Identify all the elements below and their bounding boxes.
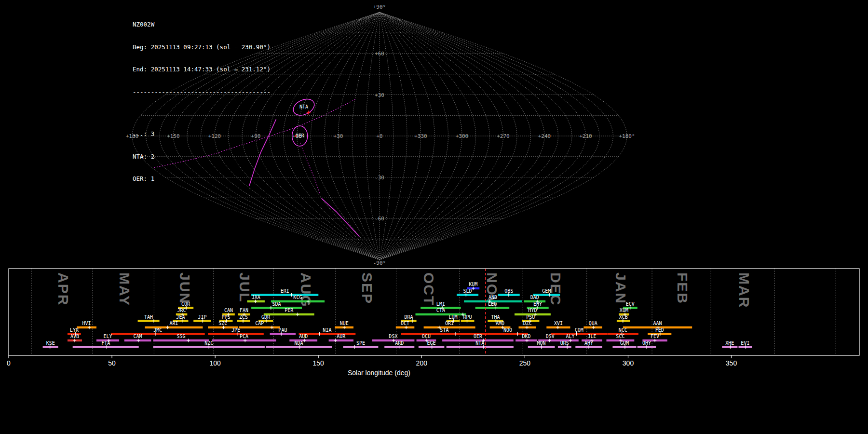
peak-marker-aly bbox=[569, 339, 571, 342]
peak-marker-pau bbox=[280, 332, 283, 336]
shower-code-sta: STA bbox=[440, 327, 448, 333]
month-labels: APRMAYJUNJULAUGSEPOCTNOVDECJANFEBMAR bbox=[55, 272, 752, 308]
count-line-nta: NTA: 2 bbox=[133, 153, 271, 161]
shower-code-xvi: XVI bbox=[554, 321, 563, 326]
shower-bar-sda bbox=[251, 307, 302, 309]
shower-code-aan: AAN bbox=[653, 321, 662, 326]
peak-marker-mon bbox=[540, 345, 542, 349]
peak-marker-ahy bbox=[587, 345, 590, 349]
shower-code-ehy: EHY bbox=[533, 301, 542, 307]
meteor-trail bbox=[300, 143, 320, 193]
peak-marker-jmc bbox=[154, 332, 157, 336]
peak-marker-nia bbox=[318, 332, 321, 336]
lat-label: +60 bbox=[375, 51, 384, 57]
shower-code-oct: OCT bbox=[401, 321, 409, 326]
shower-bar-tah bbox=[138, 320, 160, 322]
shower-code-ard: ARD bbox=[395, 340, 404, 346]
shower-code-kcg: KCG bbox=[293, 295, 302, 300]
peak-marker-kum bbox=[472, 287, 475, 290]
shower-code-gem: GEM bbox=[542, 288, 551, 294]
peak-marker-ari bbox=[166, 326, 169, 329]
peak-marker-ege bbox=[431, 345, 434, 349]
shower-code-aly: ALY bbox=[566, 334, 575, 339]
shower-code-jea: JEA bbox=[176, 314, 185, 320]
peak-marker-hvi bbox=[88, 326, 91, 329]
month-label: SEP bbox=[359, 272, 375, 304]
shower-code-fed: FED bbox=[655, 327, 664, 333]
shower-code-ahy: AHY bbox=[584, 340, 593, 346]
shower-code-pau: PAU bbox=[278, 327, 287, 333]
peak-marker-avb bbox=[73, 339, 76, 342]
peak-marker-aud bbox=[303, 339, 306, 342]
shower-code-lum: LUM bbox=[449, 314, 458, 320]
shower-bar-urs bbox=[558, 346, 571, 348]
count-line-dots: ...: 3 bbox=[133, 130, 271, 138]
shower-code-gdr: GDR bbox=[261, 314, 271, 320]
shower-code-hyd: HYD bbox=[528, 308, 537, 313]
shower-code-ari: ARI bbox=[169, 321, 178, 326]
shower-code-pca: PCA bbox=[240, 334, 248, 339]
peak-marker-gdr bbox=[265, 319, 268, 323]
shower-code-leo: LEO bbox=[488, 301, 497, 307]
shower-code-nda: NDA bbox=[295, 340, 303, 346]
lon-label: +330 bbox=[414, 133, 427, 139]
shower-bar-per bbox=[264, 313, 314, 315]
shower-code-ncc: NCC bbox=[619, 327, 627, 333]
radiant-label-oer: OER bbox=[296, 133, 305, 138]
pole-label: -90° bbox=[373, 260, 386, 266]
lon-label: +210 bbox=[579, 133, 592, 139]
info-block: NZ002W Beg: 20251113 09:27:13 (sol = 230… bbox=[133, 6, 271, 198]
shower-code-cam: CAM bbox=[134, 334, 142, 339]
shower-code-cap: CAP bbox=[255, 321, 264, 326]
peak-marker-jpe bbox=[236, 332, 239, 336]
peak-marker-xhe bbox=[729, 345, 732, 349]
shower-code-jrc: JRC bbox=[177, 308, 186, 313]
shower-bar-hvi bbox=[77, 326, 96, 328]
peak-marker-ohy bbox=[645, 345, 648, 349]
peak-marker-jea bbox=[181, 319, 184, 323]
shower-code-obs: OBS bbox=[504, 288, 513, 294]
shower-code-xhe: XHE bbox=[725, 340, 734, 346]
beg-line: Beg: 20251113 09:27:13 (sol = 230.90°) bbox=[133, 43, 271, 51]
x-tick-label: 350 bbox=[726, 359, 737, 367]
shower-code-tha: THA bbox=[491, 314, 500, 320]
peak-marker-noo bbox=[516, 332, 519, 336]
shower-code-nta: NTA bbox=[475, 340, 484, 346]
peak-marker-dzc bbox=[526, 326, 529, 329]
lat-label: -30 bbox=[375, 175, 384, 181]
shower-code-com: COM bbox=[575, 327, 583, 333]
shower-code-fev: FEV bbox=[651, 334, 659, 339]
peak-marker-rpu bbox=[465, 319, 468, 323]
shower-code-evi: EVI bbox=[741, 340, 749, 346]
shower-code-ssg: SSG bbox=[176, 334, 185, 339]
shower-code-per: PER bbox=[285, 308, 294, 313]
month-label: FEB bbox=[675, 272, 691, 304]
shower-code-jpe: JPE bbox=[231, 327, 240, 333]
shower-code-jle: JLE bbox=[587, 334, 596, 339]
shower-code-psu: PSU bbox=[526, 314, 535, 320]
lon-label: +240 bbox=[538, 133, 551, 139]
month-label: MAR bbox=[736, 272, 752, 308]
peak-marker-evi bbox=[744, 345, 747, 349]
shower-code-tah: TAH bbox=[144, 314, 153, 320]
shower-code-zcs: ZCS bbox=[239, 314, 248, 320]
peak-marker-szc bbox=[222, 326, 225, 329]
end-line: End: 20251113 14:47:33 (sol = 231.12°) bbox=[133, 66, 271, 73]
shower-code-and: AND bbox=[488, 295, 497, 300]
shower-bar-aur bbox=[329, 339, 353, 341]
peak-marker-nta bbox=[482, 345, 485, 349]
peak-marker-jxa bbox=[254, 300, 257, 303]
shower-code-ori: ORI bbox=[445, 321, 454, 326]
peak-marker-eri bbox=[290, 293, 293, 297]
peak-marker-ssg bbox=[187, 339, 190, 342]
event-id: NZ002W bbox=[133, 21, 271, 28]
peak-marker-obs bbox=[507, 293, 510, 297]
shower-bar-ori bbox=[424, 326, 475, 328]
peak-marker-oct bbox=[405, 326, 407, 329]
lon-label: +300 bbox=[456, 133, 469, 139]
x-axis: 050100150200250300350 bbox=[7, 355, 737, 367]
peak-marker-xcb bbox=[622, 319, 624, 323]
shower-code-dra: DRA bbox=[405, 314, 413, 320]
peak-marker-fev bbox=[653, 339, 656, 342]
peak-marker-dsv bbox=[548, 339, 551, 342]
